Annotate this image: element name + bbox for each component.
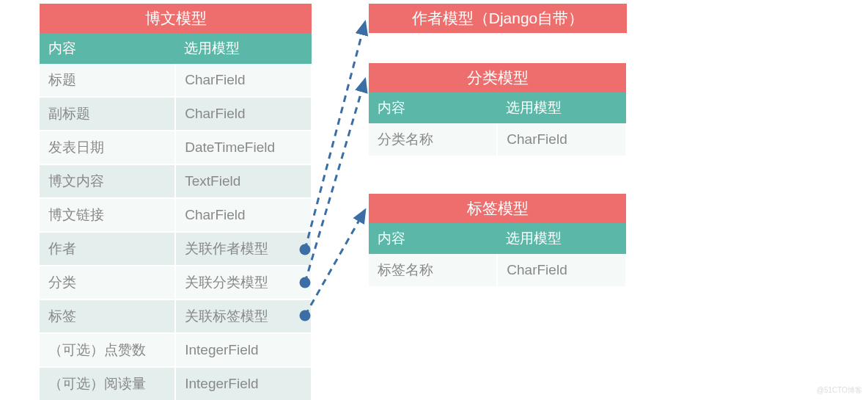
table-row: 博文内容TextField (40, 164, 312, 198)
category-model-table: 分类模型 内容 选用模型 分类名称CharField (369, 63, 627, 157)
author-model-table: 作者模型（Django自带） (369, 4, 627, 33)
table-row: 博文链接CharField (40, 198, 312, 232)
author-model-title: 作者模型（Django自带） (369, 4, 627, 33)
tag-model-title: 标签模型 (369, 194, 626, 223)
col-header-content: 内容 (369, 92, 497, 123)
table-row: 发表日期DateTimeField (40, 131, 312, 164)
tag-model-table: 标签模型 内容 选用模型 标签名称CharField (369, 194, 627, 288)
col-header-content: 内容 (40, 33, 175, 64)
table-row: 分类名称CharField (369, 123, 626, 156)
blog-post-model-table: 博文模型 内容 选用模型 标题CharField 副标题CharField 发表… (40, 4, 312, 400)
table-row: 标签名称CharField (369, 254, 626, 287)
blog-post-model-title: 博文模型 (40, 4, 312, 33)
table-row: 副标题CharField (40, 97, 312, 131)
relation-arrow-category (305, 79, 365, 283)
table-row: 标题CharField (40, 64, 312, 97)
relation-arrow-author (305, 22, 365, 250)
col-header-field: 选用模型 (497, 92, 626, 123)
table-row: 标签关联标签模型 (40, 299, 312, 333)
table-row: （可选）阅读量IntegerField (40, 367, 312, 400)
col-header-field: 选用模型 (175, 33, 312, 64)
table-row: （可选）点赞数IntegerField (40, 333, 312, 367)
watermark: @51CTO博客 (817, 385, 862, 396)
col-header-field: 选用模型 (497, 223, 626, 254)
category-model-title: 分类模型 (369, 63, 626, 92)
relation-arrow-tag (305, 210, 365, 316)
table-row: 分类关联分类模型 (40, 266, 312, 299)
col-header-content: 内容 (369, 223, 497, 254)
table-row: 作者关联作者模型 (40, 232, 312, 266)
